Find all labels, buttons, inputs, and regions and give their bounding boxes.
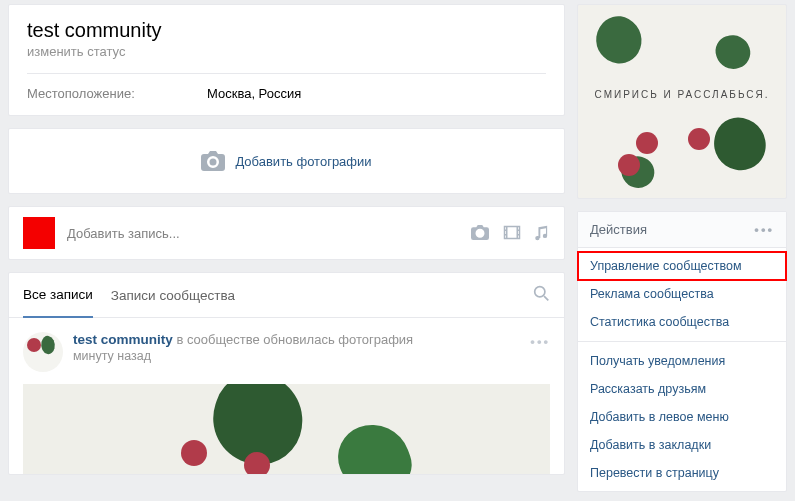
composer-avatar (23, 217, 55, 249)
post-image[interactable] (23, 384, 550, 474)
post-author-avatar[interactable] (23, 332, 63, 372)
attach-music-icon[interactable] (535, 225, 550, 241)
svg-point-0 (535, 287, 545, 297)
tab-community-posts[interactable]: Записи сообщества (111, 274, 235, 317)
community-header: test community изменить статус Местополо… (8, 4, 565, 116)
menu-advertise[interactable]: Реклама сообщества (578, 280, 786, 308)
menu-notifications[interactable]: Получать уведомления (578, 347, 786, 375)
menu-tell-friends[interactable]: Рассказать друзьям (578, 375, 786, 403)
camera-icon (201, 151, 225, 171)
actions-more-button[interactable]: ••• (754, 222, 774, 237)
location-value: Москва, Россия (207, 86, 301, 101)
edit-status-link[interactable]: изменить статус (27, 44, 546, 59)
wall-post: test community в сообществе обновилась ф… (9, 318, 564, 474)
attach-video-icon[interactable] (503, 225, 521, 240)
menu-add-bookmarks[interactable]: Добавить в закладки (578, 431, 786, 459)
tab-all-posts[interactable]: Все записи (23, 273, 93, 318)
actions-panel: Действия ••• Управление сообществом Рекл… (577, 211, 787, 492)
location-label: Местоположение: (27, 86, 167, 101)
attach-photo-icon[interactable] (471, 225, 489, 240)
menu-statistics[interactable]: Статистика сообщества (578, 308, 786, 336)
post-author-link[interactable]: test community (73, 332, 173, 347)
community-title: test community (27, 19, 546, 42)
post-timestamp[interactable]: минуту назад (73, 349, 520, 363)
search-button[interactable] (533, 285, 550, 305)
add-photos-button[interactable]: Добавить фотографии (8, 128, 565, 194)
post-more-button[interactable]: ••• (530, 332, 550, 349)
menu-add-left-menu[interactable]: Добавить в левое меню (578, 403, 786, 431)
svg-line-1 (544, 296, 548, 300)
menu-convert-page[interactable]: Перевести в страницу (578, 459, 786, 487)
add-photos-label: Добавить фотографии (235, 154, 371, 169)
post-composer[interactable]: Добавить запись... (8, 206, 565, 260)
community-avatar[interactable]: СМИРИСЬ И РАССЛАБЬСЯ. (577, 4, 787, 199)
actions-heading: Действия (590, 222, 647, 237)
composer-placeholder[interactable]: Добавить запись... (67, 226, 459, 241)
wall: Все записи Записи сообщества test commun… (8, 272, 565, 475)
post-action-text: в сообществе обновилась фотография (176, 332, 413, 347)
avatar-caption: СМИРИСЬ И РАССЛАБЬСЯ. (578, 89, 786, 100)
menu-manage-community[interactable]: Управление сообществом (578, 252, 786, 280)
